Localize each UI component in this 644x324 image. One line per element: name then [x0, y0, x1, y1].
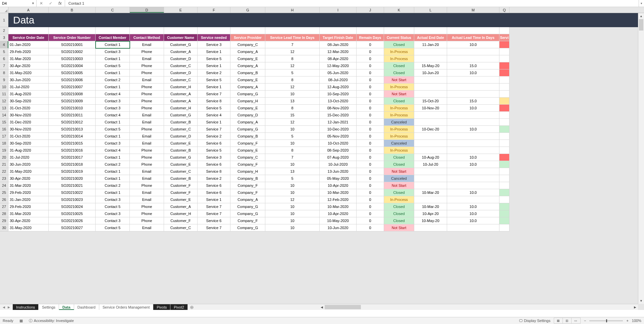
name-box-value: D4	[2, 1, 7, 5]
formula-value: Contact 1	[68, 1, 84, 5]
enter-icon[interactable]: ✓	[46, 0, 55, 7]
formula-expand-icon[interactable]: ▾	[639, 0, 644, 7]
fx-icon[interactable]: fx	[55, 0, 65, 7]
name-box[interactable]: D4 ▼	[0, 0, 37, 7]
chevron-down-icon[interactable]: ▼	[32, 2, 36, 5]
formula-bar-buttons: ✕ ✓ fx	[37, 0, 65, 7]
formula-bar: D4 ▼ ✕ ✓ fx Contact 1 ▾	[0, 0, 644, 7]
cancel-icon[interactable]: ✕	[37, 0, 46, 7]
formula-input[interactable]: Contact 1	[65, 0, 639, 7]
